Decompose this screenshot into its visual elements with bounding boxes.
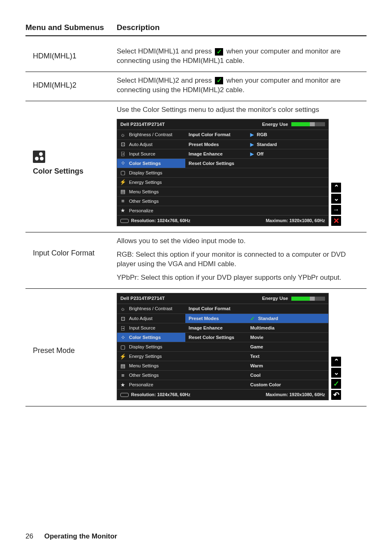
osd2-menu-brightness[interactable]: ☼Brightness / Contrast	[117, 304, 185, 313]
row-icf-p3: YPbPr: Select this option if your DVD pl…	[117, 273, 367, 283]
osd-val-off[interactable]: ▶Off	[247, 149, 328, 158]
osd-sub-preset-modes[interactable]: Preset Modes	[185, 139, 247, 149]
osd-val-standard[interactable]: ▶Standard	[247, 139, 328, 149]
energy-icon: ⚡	[120, 353, 126, 360]
nav-up-button[interactable]: ⌃	[331, 357, 341, 367]
osd2-menu-input-source[interactable]: ⍈Input Source	[117, 323, 185, 332]
osd-nav-buttons: ⌃ ⌄ → ✕	[331, 183, 341, 226]
menu-icon: ▤	[120, 362, 126, 369]
nav-right-button[interactable]: →	[331, 205, 341, 215]
auto-adjust-icon: ⊡	[120, 315, 126, 322]
input-source-icon: ⍈	[120, 325, 126, 331]
chevron-right-icon: ▶	[250, 142, 254, 148]
row-color-desc: Use the Color Settings menu to adjust th…	[117, 105, 367, 115]
osd2-resolution-label: Resolution:	[131, 392, 156, 397]
osd-energy-label: Energy Use	[262, 121, 288, 128]
check-icon: ✓	[215, 48, 223, 56]
chevron-right-icon: ▶	[250, 132, 254, 138]
nav-close-button[interactable]: ✕	[331, 216, 341, 226]
chevron-right-icon: ▶	[250, 151, 254, 157]
other-icon: ≡	[120, 198, 126, 204]
row-hdmi2-desc-a: Select HDMI(MHL)2 and press	[117, 77, 214, 84]
osd-menu-color-settings[interactable]: ⁘Color Settings	[117, 158, 185, 168]
osd-menu-personalize[interactable]: ★Personalize	[117, 206, 185, 215]
osd2-val-cool[interactable]: Cool	[247, 370, 328, 380]
osd-maximum-label: Maximum:	[266, 218, 288, 223]
input-source-icon: ⍈	[120, 151, 126, 157]
nav-down-button[interactable]: ⌄	[331, 194, 341, 204]
row-hdmi2: HDMI(MHL)2 Select HDMI(MHL)2 and press ✓…	[25, 72, 367, 101]
energy-icon: ⚡	[120, 179, 126, 186]
osd2-menu-energy-settings[interactable]: ⚡Energy Settings	[117, 351, 185, 361]
osd2-menu-auto-adjust[interactable]: ⊡Auto Adjust	[117, 313, 185, 323]
osd-menu-other-settings[interactable]: ≡Other Settings	[117, 196, 185, 206]
timing-icon	[120, 219, 129, 223]
osd-maximum-value: 1920x1080, 60Hz	[289, 218, 325, 223]
osd-val-rgb[interactable]: ▶RGB	[247, 130, 328, 139]
page-title: Operating the Monitor	[44, 532, 118, 540]
osd-menu-energy-settings[interactable]: ⚡Energy Settings	[117, 177, 185, 187]
brightness-icon: ☼	[120, 132, 126, 138]
nav-down-button[interactable]: ⌄	[331, 368, 341, 378]
energy-bar-icon	[291, 297, 325, 301]
row-color-label-text: Color Settings	[33, 167, 117, 176]
row-hdmi2-label: HDMI(MHL)2	[25, 76, 117, 95]
osd-panel-2: Dell P2314T/P2714T Energy Use ☼Brightnes…	[117, 293, 329, 400]
nav-back-button[interactable]: ↶	[331, 390, 341, 400]
osd-menu-menu-settings[interactable]: ▤Menu Settings	[117, 187, 185, 196]
osd-menu-display-settings[interactable]: ▢Display Settings	[117, 168, 185, 177]
row-icf-label: Input Color Format	[25, 237, 117, 283]
row-input-color-format: Input Color Format Allows you to set the…	[25, 232, 367, 289]
display-icon: ▢	[120, 169, 126, 176]
osd2-menu-color-settings[interactable]: ⁘Color Settings	[117, 332, 185, 342]
osd2-nav-buttons: ⌃ ⌄ ✓ ↶	[331, 357, 341, 400]
osd2-val-movie[interactable]: Movie	[247, 332, 328, 342]
osd2-sub-input-color-format[interactable]: Input Color Format	[185, 304, 247, 313]
star-icon: ★	[120, 207, 126, 214]
timing-icon	[120, 393, 129, 397]
row-hdmi1-desc-a: Select HDMI(MHL)1 and press	[117, 47, 214, 55]
osd-menu-input-source[interactable]: ⍈Input Source	[117, 149, 185, 158]
star-icon: ★	[120, 381, 126, 388]
row-hdmi1-desc: Select HDMI(MHL)1 and press ✓ when your …	[117, 47, 367, 66]
osd-sub-image-enhance[interactable]: Image Enhance	[185, 149, 247, 158]
osd-sub-input-color-format[interactable]: Input Color Format	[185, 130, 247, 139]
osd-sub-col: Input Color Format Preset Modes Image En…	[185, 130, 247, 215]
display-icon: ▢	[120, 343, 126, 350]
color-settings-icon	[33, 151, 45, 163]
osd2-val-multimedia[interactable]: Multimedia	[247, 323, 328, 332]
nav-up-button[interactable]: ⌃	[331, 183, 341, 193]
row-hdmi1: HDMI(MHL)1 Select HDMI(MHL)1 and press ✓…	[25, 43, 367, 72]
row-preset-mode: Preset Mode Dell P2314T/P2714T Energy Us…	[25, 289, 367, 406]
row-hdmi1-label: HDMI(MHL)1	[25, 47, 117, 66]
check-icon: ✓	[215, 77, 223, 84]
osd2-maximum-label: Maximum:	[266, 392, 288, 397]
osd-panel-1: Dell P2314T/P2714T Energy Use ☼Brightnes…	[117, 119, 329, 226]
row-icf-p1: Allows you to set the video input mode t…	[117, 237, 367, 246]
osd2-val-warm[interactable]: Warm	[247, 361, 328, 370]
osd-menu-auto-adjust[interactable]: ⊡Auto Adjust	[117, 139, 185, 149]
osd2-sub-image-enhance[interactable]: Image Enhance	[185, 323, 247, 332]
table-header-menus: Menu and Submenus	[25, 23, 117, 32]
osd2-sub-reset-color[interactable]: Reset Color Settings	[185, 332, 247, 342]
osd2-val-text[interactable]: Text	[247, 351, 328, 361]
row-hdmi2-desc: Select HDMI(MHL)2 and press ✓ when your …	[117, 76, 367, 95]
osd2-resolution-value: 1024x768, 60Hz	[157, 392, 191, 397]
color-icon: ⁘	[120, 334, 126, 341]
osd2-menu-display-settings[interactable]: ▢Display Settings	[117, 342, 185, 351]
osd2-menu-personalize[interactable]: ★Personalize	[117, 380, 185, 389]
osd2-val-standard[interactable]: ✓Standard	[247, 313, 328, 323]
osd2-menu-menu-settings[interactable]: ▤Menu Settings	[117, 361, 185, 370]
osd2-val-custom[interactable]: Custom Color	[247, 380, 328, 389]
page-footer: 26 Operating the Monitor	[25, 532, 117, 541]
osd-sub-reset-color[interactable]: Reset Color Settings	[185, 158, 247, 168]
osd-menu-brightness[interactable]: ☼Brightness / Contrast	[117, 130, 185, 139]
osd2-menu-other-settings[interactable]: ≡Other Settings	[117, 370, 185, 380]
row-color-label: Color Settings	[25, 105, 117, 226]
osd-resolution-value: 1024x768, 60Hz	[157, 218, 191, 223]
osd2-val-game[interactable]: Game	[247, 342, 328, 351]
table-header-description: Description	[117, 23, 367, 32]
osd2-sub-preset-modes[interactable]: Preset Modes	[185, 313, 247, 323]
nav-ok-button[interactable]: ✓	[331, 379, 341, 389]
page-number: 26	[25, 532, 33, 540]
